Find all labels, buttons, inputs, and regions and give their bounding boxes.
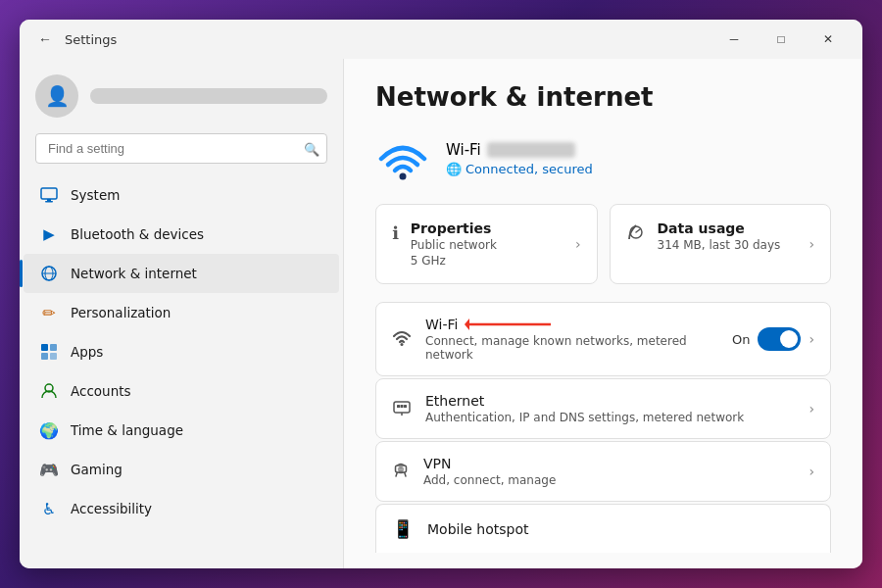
sidebar-label-network: Network & internet [71,266,197,281]
wifi-item-right: On › [732,327,814,351]
svg-rect-19 [404,405,407,408]
accounts-icon [39,381,59,401]
main-panel: Network & internet Wi-Fi [343,59,862,568]
svg-rect-2 [47,199,51,201]
properties-sub2: 5 GHz [411,254,497,268]
data-usage-card[interactable]: Data usage 314 MB, last 30 days › [610,204,832,284]
ethernet-list-item[interactable]: Ethernet Authentication, IP and DNS sett… [375,378,831,439]
ethernet-chevron: › [808,401,814,416]
close-button[interactable]: ✕ [806,24,851,55]
svg-rect-9 [50,353,57,360]
svg-rect-0 [41,188,57,199]
main-content: 👤 🔍 System ▶ Bluetooth & devices [20,59,862,568]
data-usage-chevron: › [808,236,814,252]
wifi-status: 🌐 Connected, secured [446,162,593,176]
sidebar-label-personalization: Personalization [71,305,171,320]
search-input[interactable] [35,133,327,164]
wifi-name: Wi-Fi [446,141,593,159]
svg-point-13 [401,343,404,346]
username-bar [90,88,327,104]
globe-icon: 🌐 [446,162,462,176]
vpn-item-body: VPN Add, connect, manage [423,456,795,487]
sidebar: 👤 🔍 System ▶ Bluetooth & devices [20,59,343,568]
data-usage-body: Data usage 314 MB, last 30 days [658,220,781,252]
wifi-chevron: › [808,331,814,347]
apps-icon [39,342,59,362]
properties-card[interactable]: ℹ️ Properties Public network 5 GHz › [375,204,598,284]
hotspot-icon: 📱 [392,518,414,539]
sidebar-item-time[interactable]: 🌍 Time & language [24,411,339,450]
hotspot-body: Mobile hotspot [427,521,814,537]
sidebar-label-bluetooth: Bluetooth & devices [71,226,204,242]
sidebar-item-apps[interactable]: Apps [24,332,339,371]
mobile-hotspot-list-item[interactable]: 📱 Mobile hotspot [375,504,831,553]
properties-sub1: Public network [411,238,497,252]
user-section: 👤 [20,59,343,129]
sidebar-label-apps: Apps [71,344,103,360]
search-icon: 🔍 [304,141,319,156]
maximize-button[interactable]: □ [759,24,804,55]
page-title: Network & internet [375,82,831,112]
data-usage-title: Data usage [658,220,781,236]
gaming-icon: 🎮 [39,460,59,479]
bluetooth-icon: ▶ [39,224,59,244]
time-icon: 🌍 [39,420,59,440]
properties-chevron: › [575,236,581,252]
sidebar-item-personalization[interactable]: ✏️ Personalization [24,293,339,332]
minimize-button[interactable]: ─ [711,24,757,55]
svg-point-11 [400,173,407,180]
personalization-icon: ✏️ [39,303,59,322]
vpn-chevron: › [808,464,814,479]
sidebar-item-network[interactable]: Network & internet [24,254,339,293]
svg-rect-8 [41,353,48,360]
wifi-item-title: Wi-Fi [425,317,458,332]
sidebar-label-gaming: Gaming [71,462,122,477]
vpn-sub: Add, connect, manage [423,473,795,487]
ethernet-item-body: Ethernet Authentication, IP and DNS sett… [425,393,795,424]
red-arrow-annotation [465,314,563,335]
properties-icon: ℹ️ [392,222,399,243]
sidebar-item-gaming[interactable]: 🎮 Gaming [24,450,339,489]
system-icon [39,185,59,205]
sidebar-item-accessibility[interactable]: ♿ Accessibility [24,489,339,528]
svg-marker-15 [465,318,469,330]
sidebar-label-system: System [71,187,120,203]
vpn-icon [392,461,410,482]
properties-title: Properties [411,220,497,236]
accessibility-icon: ♿ [39,499,59,518]
wifi-list-icon [392,328,412,350]
svg-point-24 [400,467,402,469]
vpn-list-item[interactable]: VPN Add, connect, manage › [375,441,831,502]
ethernet-title: Ethernet [425,393,795,409]
svg-rect-7 [50,344,57,351]
wifi-header: Wi-Fi 🌐 Connected, secured [375,131,831,186]
window-controls: ─ □ ✕ [711,24,851,55]
wifi-name-block: Wi-Fi 🌐 Connected, secured [446,141,593,176]
window-title: Settings [65,32,711,47]
properties-body: Properties Public network 5 GHz [411,220,497,268]
wifi-label: Wi-Fi [446,141,481,159]
sidebar-item-system[interactable]: System [24,175,339,215]
sidebar-item-bluetooth[interactable]: ▶ Bluetooth & devices [24,215,339,254]
sidebar-item-accounts[interactable]: Accounts [24,371,339,411]
wifi-icon-large [375,131,430,186]
wifi-item-sub: Connect, manage known networks, metered … [425,334,718,362]
svg-rect-1 [45,201,53,203]
wifi-item-body: Wi-Fi Connect, manage known networks, me… [425,317,718,362]
data-usage-icon [626,222,646,246]
settings-window: ← Settings ─ □ ✕ 👤 🔍 [20,20,862,568]
svg-rect-6 [41,344,48,351]
wifi-on-label: On [732,332,750,347]
search-box: 🔍 [35,133,327,164]
sidebar-label-accounts: Accounts [71,383,131,399]
sidebar-label-time: Time & language [71,422,183,438]
wifi-toggle[interactable] [758,327,801,351]
hotspot-title: Mobile hotspot [427,521,814,537]
section-list: Wi-Fi Connect, manage known networks, me… [375,302,831,553]
ethernet-sub: Authentication, IP and DNS settings, met… [425,411,795,424]
wifi-list-item[interactable]: Wi-Fi Connect, manage known networks, me… [375,302,831,376]
info-cards: ℹ️ Properties Public network 5 GHz › Dat… [375,204,831,284]
svg-rect-18 [401,405,404,408]
wifi-ssid-blurred [487,142,575,158]
back-button[interactable]: ← [31,25,59,53]
